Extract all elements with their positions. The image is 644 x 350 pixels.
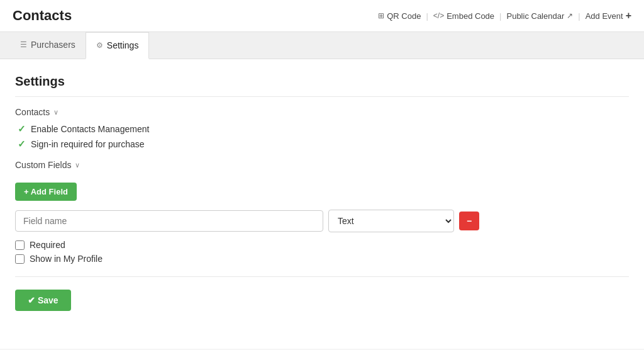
delete-field-button[interactable]: −	[459, 212, 479, 230]
qr-code-icon: ⊞	[378, 11, 384, 20]
add-event-action[interactable]: Add Event +	[586, 10, 631, 21]
public-calendar-action[interactable]: Public Calendar ↗	[506, 11, 573, 21]
contacts-section-label: Contacts	[15, 107, 50, 117]
tab-settings-label: Settings	[107, 40, 139, 50]
section-divider	[15, 276, 629, 277]
embed-code-label: Embed Code	[447, 11, 494, 21]
qr-code-action[interactable]: ⊞ QR Code	[378, 11, 421, 21]
required-label: Required	[30, 240, 65, 250]
separator-3: |	[578, 11, 580, 21]
show-in-profile-checkbox[interactable]	[15, 254, 25, 264]
tab-purchasers-label: Purchasers	[31, 40, 75, 50]
signin-required-label: Sign-in required for purchase	[31, 139, 145, 149]
qr-code-label: QR Code	[387, 11, 421, 21]
required-checkbox-row: Required	[15, 240, 629, 250]
settings-tab-icon: ⚙	[96, 41, 103, 50]
app-header: Contacts ⊞ QR Code | </> Embed Code | Pu…	[0, 0, 644, 32]
custom-fields-label: Custom Fields	[15, 160, 71, 170]
check-icon-2: ✓	[18, 138, 26, 150]
embed-code-action[interactable]: </> Embed Code	[433, 11, 494, 21]
contacts-chevron-icon: ∨	[53, 108, 58, 116]
field-type-select[interactable]: Text Number Date Email Phone Dropdown	[328, 210, 454, 232]
add-event-label: Add Event	[586, 11, 623, 21]
tab-purchasers[interactable]: ☰ Purchasers	[10, 32, 86, 59]
enable-contacts-item: ✓ Enable Contacts Management	[18, 123, 629, 135]
required-checkbox[interactable]	[15, 240, 25, 250]
signin-required-item: ✓ Sign-in required for purchase	[18, 138, 629, 150]
settings-content: Settings Contacts ∨ ✓ Enable Contacts Ma…	[0, 59, 644, 349]
custom-fields-chevron-icon: ∨	[75, 161, 80, 169]
purchasers-tab-icon: ☰	[20, 40, 27, 49]
plus-icon: +	[626, 10, 631, 21]
external-link-icon: ↗	[567, 11, 573, 20]
embed-icon: </>	[433, 11, 444, 20]
field-name-input[interactable]	[15, 210, 323, 232]
tabs-bar: ☰ Purchasers ⚙ Settings	[0, 32, 644, 59]
save-button[interactable]: ✔ Save	[15, 290, 71, 311]
contacts-section-header[interactable]: Contacts ∨	[15, 107, 629, 117]
public-calendar-label: Public Calendar	[506, 11, 564, 21]
page-title: Contacts	[13, 8, 72, 24]
settings-heading: Settings	[15, 74, 629, 97]
custom-fields-section-header[interactable]: Custom Fields ∨	[15, 160, 629, 170]
enable-contacts-label: Enable Contacts Management	[31, 124, 149, 134]
header-action-bar: ⊞ QR Code | </> Embed Code | Public Cale…	[378, 10, 631, 21]
add-field-button[interactable]: + Add Field	[15, 183, 77, 201]
show-in-profile-label: Show in My Profile	[30, 254, 103, 264]
separator-2: |	[499, 11, 501, 21]
separator-1: |	[426, 11, 428, 21]
show-in-profile-checkbox-row: Show in My Profile	[15, 254, 629, 264]
check-icon-1: ✓	[18, 123, 26, 135]
custom-field-row: Text Number Date Email Phone Dropdown −	[15, 210, 629, 232]
tab-settings[interactable]: ⚙ Settings	[86, 32, 150, 59]
